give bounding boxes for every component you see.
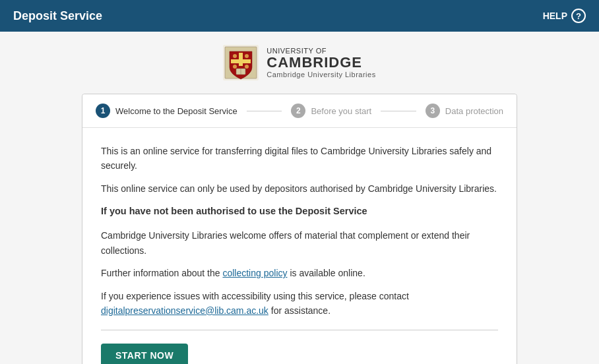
collecting-policy-prefix: Further information about the (101, 268, 222, 278)
accessibility-suffix: for assistance. (268, 305, 331, 316)
app-header: Deposit Service HELP ? (0, 0, 599, 32)
svg-point-6 (233, 65, 237, 69)
step-2-label: Before you start (311, 106, 371, 116)
step-content: This is an online service for transferri… (82, 128, 517, 364)
step-connector-2 (381, 111, 416, 111)
help-icon: ? (571, 9, 586, 23)
collecting-policy-link[interactable]: collecting policy (222, 268, 287, 278)
unauthorized-heading: If you have not been authorised to use t… (101, 204, 498, 219)
svg-point-4 (233, 54, 237, 58)
accessibility-email-link[interactable]: digitalpreservationservice@lib.cam.ac.uk (101, 305, 268, 316)
step-1-label: Welcome to the Deposit Service (115, 106, 237, 116)
svg-rect-3 (231, 59, 251, 63)
help-label: HELP (543, 11, 567, 21)
steps-header: 1 Welcome to the Deposit Service 2 Befor… (82, 94, 517, 128)
svg-point-5 (245, 54, 249, 58)
app-title: Deposit Service (13, 9, 102, 23)
intro-para-2: This online service can only be used by … (101, 181, 498, 196)
svg-point-7 (245, 65, 249, 69)
cambridge-label: CAMBRIDGE (267, 55, 375, 71)
libraries-label: Cambridge University Libraries (267, 71, 375, 78)
step-3-label: Data protection (445, 106, 503, 116)
logo-area: UNIVERSITY OF CAMBRIDGE Cambridge Univer… (223, 45, 375, 80)
wizard-container: 1 Welcome to the Deposit Service 2 Befor… (82, 94, 517, 364)
start-now-button[interactable]: START NOW (101, 344, 188, 364)
collections-para: Cambridge University Libraries welcome o… (101, 228, 498, 258)
step-connector-1 (247, 111, 282, 111)
step-3-circle: 3 (426, 104, 440, 118)
main-content: UNIVERSITY OF CAMBRIDGE Cambridge Univer… (0, 32, 599, 364)
collecting-policy-para: Further information about the collecting… (101, 266, 498, 280)
content-divider (101, 330, 498, 330)
help-button[interactable]: HELP ? (543, 9, 586, 23)
step-1: 1 Welcome to the Deposit Service (96, 104, 237, 118)
step-1-circle: 1 (96, 104, 110, 118)
accessibility-prefix: If you experience issues with accessibil… (101, 291, 409, 301)
accessibility-para: If you experience issues with accessibil… (101, 289, 498, 318)
collecting-policy-suffix: is available online. (288, 268, 365, 278)
intro-para-1: This is an online service for transferri… (101, 144, 498, 173)
cambridge-crest-icon (223, 45, 259, 80)
step-2: 2 Before you start (291, 104, 371, 118)
logo-text-block: UNIVERSITY OF CAMBRIDGE Cambridge Univer… (267, 47, 375, 78)
step-3: 3 Data protection (426, 104, 503, 118)
step-2-circle: 2 (291, 104, 305, 118)
